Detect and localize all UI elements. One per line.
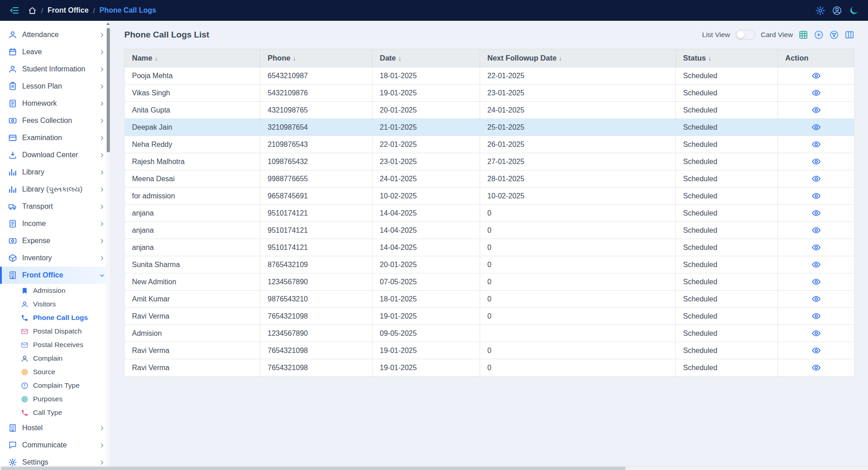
table-row[interactable]: Pooja Mehta 6543210987 18-01-2025 22-01-…: [125, 67, 854, 85]
column-header-phone[interactable]: Phone↓: [260, 49, 373, 67]
sidebar-item-fees-collection[interactable]: Fees Collection: [0, 112, 110, 129]
sidebar-subitem-label: Call Type: [33, 409, 105, 417]
sidebar-subitem-postal-dispatch[interactable]: Postal Dispatch: [0, 324, 110, 338]
sidebar-item-download-center[interactable]: Download Center: [0, 146, 110, 164]
cell-status: Scheduled: [676, 67, 778, 85]
view-eye-icon[interactable]: [811, 208, 821, 218]
view-eye-icon[interactable]: [811, 346, 821, 355]
cell-name: Sunita Sharma: [125, 256, 260, 273]
home-icon[interactable]: [28, 6, 37, 15]
table-body: Pooja Mehta 6543210987 18-01-2025 22-01-…: [125, 67, 854, 376]
sidebar-item-inventory[interactable]: Inventory: [0, 249, 110, 267]
view-eye-icon[interactable]: [811, 363, 821, 372]
table-row[interactable]: Ravi Verma 7654321098 19-01-2025 0 Sched…: [125, 308, 854, 325]
sidebar-scrollbar[interactable]: [106, 21, 110, 470]
sidebar-subitem-phone-call-logs[interactable]: Phone Call Logs: [0, 311, 110, 324]
table-row[interactable]: New Admition 1234567890 07-05-2025 0 Sch…: [125, 273, 854, 291]
phone-call-logs-table: Name↓Phone↓Date↓Next Followup Date↓Statu…: [124, 49, 854, 376]
sidebar-item-library[interactable]: Library (પુસ્તકાલય): [0, 181, 110, 198]
table-row[interactable]: Sunita Sharma 8765432109 20-01-2025 0 Sc…: [125, 256, 854, 273]
view-eye-icon[interactable]: [811, 71, 821, 80]
view-eye-icon[interactable]: [811, 88, 821, 98]
menu-fold-icon[interactable]: [9, 5, 20, 16]
view-eye-icon[interactable]: [811, 122, 821, 132]
breadcrumb-front-office[interactable]: Front Office: [47, 6, 89, 14]
cell-date: 20-01-2025: [373, 102, 480, 119]
sidebar-subitem-call-type[interactable]: Call Type: [0, 406, 110, 419]
table-row[interactable]: Admision 1234567890 09-05-2025 Scheduled: [125, 325, 854, 342]
sidebar-item-student-information[interactable]: Student Information: [0, 61, 110, 78]
sidebar-item-examination[interactable]: Examination: [0, 129, 110, 146]
view-eye-icon[interactable]: [811, 311, 821, 321]
view-eye-icon[interactable]: [811, 105, 821, 115]
sidebar-subitem-label: Purposes: [33, 395, 105, 403]
sidebar-item-homework[interactable]: Homework: [0, 95, 110, 112]
table-row[interactable]: anjana 9510174121 14-04-2025 0 Scheduled: [125, 222, 854, 239]
table-row[interactable]: Neha Reddy 2109876543 22-01-2025 26-01-2…: [125, 136, 854, 153]
add-icon[interactable]: [814, 30, 824, 40]
table-row[interactable]: anjana 9510174121 14-04-2025 0 Scheduled: [125, 205, 854, 222]
table-row[interactable]: Ravi Verma 7654321098 19-01-2025 0 Sched…: [125, 342, 854, 359]
view-eye-icon[interactable]: [811, 294, 821, 304]
sidebar-subitem-purposes[interactable]: Purposes: [0, 392, 110, 406]
user-profile-icon[interactable]: [832, 5, 842, 16]
sidebar-subitem-postal-receives[interactable]: Postal Receives: [0, 338, 110, 352]
cell-date: 22-01-2025: [373, 136, 480, 153]
filter-icon[interactable]: [829, 30, 839, 40]
table-row[interactable]: for admission 9658745691 10-02-2025 10-0…: [125, 188, 854, 205]
export-excel-icon[interactable]: [798, 30, 808, 40]
sidebar-subitem-source[interactable]: Source: [0, 365, 110, 379]
column-header-status[interactable]: Status↓: [676, 49, 778, 67]
table-row[interactable]: Deepak Jain 3210987654 21-01-2025 25-01-…: [125, 119, 854, 136]
view-toggle[interactable]: [736, 30, 755, 40]
cell-phone: 1098765432: [260, 153, 373, 170]
view-eye-icon[interactable]: [811, 243, 821, 252]
sidebar-subitem-label: Complain Type: [33, 381, 105, 390]
view-eye-icon[interactable]: [811, 157, 821, 166]
sidebar-subitem-visitors[interactable]: Visitors: [0, 297, 110, 311]
sidebar-item-label: Transport: [22, 202, 99, 211]
sidebar-item-transport[interactable]: Transport: [0, 198, 110, 215]
columns-icon[interactable]: [844, 30, 854, 40]
sidebar-item-expense[interactable]: Expense: [0, 232, 110, 249]
sidebar-subitem-complain-type[interactable]: Complain Type: [0, 379, 110, 392]
sort-arrow-icon: ↓: [708, 55, 711, 62]
sidebar-item-hostel[interactable]: Hostel: [0, 419, 110, 437]
view-eye-icon[interactable]: [811, 191, 821, 201]
sidebar-item-front-office[interactable]: Front Office: [0, 267, 110, 284]
chevron-right-icon: [99, 221, 105, 227]
view-eye-icon[interactable]: [811, 140, 821, 149]
cell-name: Meena Desai: [125, 170, 260, 188]
horizontal-scrollbar-thumb[interactable]: [1, 467, 626, 470]
sidebar-item-communicate[interactable]: Communicate: [0, 437, 110, 454]
table-row[interactable]: Rajesh Malhotra 1098765432 23-01-2025 27…: [125, 153, 854, 170]
settings-gear-icon[interactable]: [815, 5, 826, 16]
sidebar-subitem-admission[interactable]: Admission: [0, 284, 110, 297]
table-row[interactable]: Ravi Verma 7654321098 19-01-2025 0 Sched…: [125, 359, 854, 376]
table-row[interactable]: Amit Kumar 9876543210 18-01-2025 0 Sched…: [125, 291, 854, 308]
chart-icon: [8, 185, 17, 194]
breadcrumb-phone-call-logs[interactable]: Phone Call Logs: [99, 6, 156, 14]
view-eye-icon[interactable]: [811, 226, 821, 235]
table-row[interactable]: Vikas Singh 5432109876 19-01-2025 23-01-…: [125, 85, 854, 102]
table-row[interactable]: anjana 9510174121 14-04-2025 0 Scheduled: [125, 239, 854, 256]
column-header-date[interactable]: Date↓: [373, 49, 480, 67]
table-row[interactable]: Meena Desai 9988776655 24-01-2025 28-01-…: [125, 170, 854, 188]
sidebar-item-leave[interactable]: Leave: [0, 43, 110, 61]
sidebar-item-lesson-plan[interactable]: Lesson Plan: [0, 78, 110, 95]
sidebar-item-library[interactable]: Library: [0, 164, 110, 181]
horizontal-scrollbar[interactable]: [0, 466, 868, 470]
column-header-name[interactable]: Name↓: [125, 49, 260, 67]
view-eye-icon[interactable]: [811, 260, 821, 269]
view-eye-icon[interactable]: [811, 277, 821, 287]
sidebar-item-income[interactable]: Income: [0, 215, 110, 232]
sidebar-scrollbar-thumb[interactable]: [107, 28, 110, 152]
sidebar-item-attendance[interactable]: Attendance: [0, 26, 110, 43]
table-row[interactable]: Anita Gupta 4321098765 20-01-2025 24-01-…: [125, 102, 854, 119]
breadcrumb-separator: /: [41, 7, 43, 14]
view-eye-icon[interactable]: [811, 174, 821, 183]
dark-mode-moon-icon[interactable]: [849, 5, 859, 16]
view-eye-icon[interactable]: [811, 329, 821, 338]
sidebar-subitem-complain[interactable]: Complain: [0, 352, 110, 365]
column-header-next-followup-date[interactable]: Next Followup Date↓: [480, 49, 676, 67]
